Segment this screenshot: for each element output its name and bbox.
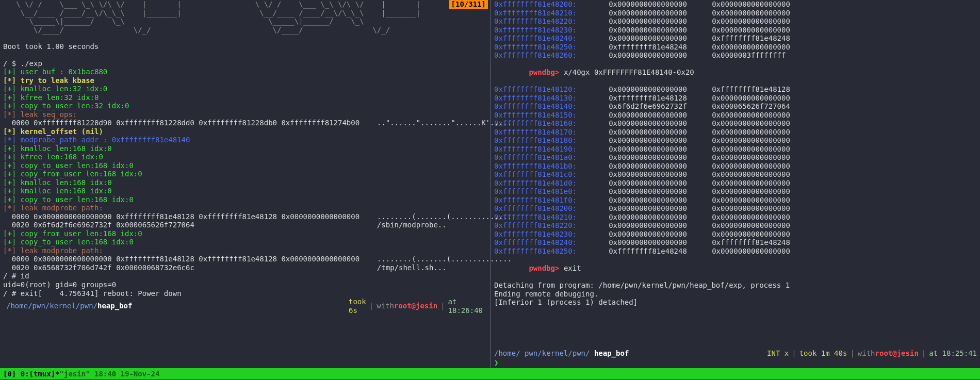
with-label: with xyxy=(858,349,875,358)
mem-value: 0x0000000000000000 xyxy=(609,153,712,162)
memory-row: 0xffffffff81e48200: 0x0000000000000000 0… xyxy=(494,204,978,213)
mem-value: 0x0000000000000000 xyxy=(609,145,712,154)
mem-address: 0xffffffff81e48240: xyxy=(494,238,587,247)
log-line: [+] kmalloc len:32 idx:0 xyxy=(3,85,488,93)
mem-address: 0xffffffff81e48230: xyxy=(494,26,587,35)
mem-value: 0x0000000000000000 xyxy=(712,170,815,179)
mem-value: 0x0000000000000000 xyxy=(609,230,712,239)
memory-row: 0xffffffff81e48180: 0x0000000000000000 0… xyxy=(494,136,978,145)
right-prompt-line: /home/ pwn/kernel/pwn/ heap_bof INT x | … xyxy=(494,349,977,358)
mem-value: 0x6f6d2f6e6962732f xyxy=(609,102,712,111)
mem-address: 0xffffffff81e481e0: xyxy=(494,187,587,196)
left-pane[interactable]: [10/311] \ \/ / \___ \_\ \/\ \/ | | \ \/… xyxy=(0,0,490,368)
hexdump-line: 0000 0xffffffff81228d90 0xffffffff81228d… xyxy=(3,119,488,127)
user-host: root@jesin xyxy=(875,349,919,358)
left-prompt-line: /home/ pwn/kernel/pwn/ heap_bof took 6s … xyxy=(3,298,488,315)
ascii-art: \ \/ / \___ \_\ \/\ \/ | | \ \/ / \___ \… xyxy=(3,0,488,34)
memory-row: 0xffffffff81e48250: 0xffffffff81e48248 0… xyxy=(494,43,978,52)
mem-address: 0xffffffff81e48140: xyxy=(494,102,587,111)
mem-value: 0x0000000000000000 xyxy=(712,196,815,205)
log-line: [+] copy_from_user len:168 idx:0 xyxy=(3,229,488,238)
mem-value: 0x0000000000000000 xyxy=(609,187,712,196)
mem-value: 0xffffffff81e48248 xyxy=(609,43,712,52)
mem-value: 0x0000000000000000 xyxy=(712,145,815,154)
mem-value: 0x0000000000000000 xyxy=(712,119,815,128)
id-output: uid=0(root) gid=0 groups=0 xyxy=(3,280,488,289)
mem-address: 0xffffffff81e481c0: xyxy=(494,170,587,179)
pwndbg-exit: pwndbg> exit xyxy=(494,255,978,281)
memory-row: 0xffffffff81e48210: 0x0000000000000000 0… xyxy=(494,213,978,222)
took-duration: took 6s xyxy=(349,298,366,315)
tmux-panes: [10/311] \ \/ / \___ \_\ \/\ \/ | | \ \/… xyxy=(0,0,980,368)
mem-value: 0x0000000000000000 xyxy=(712,9,815,18)
right-pane[interactable]: 0xffffffff81e48200: 0x0000000000000000 0… xyxy=(491,0,980,368)
clock-time: at 18:25:41 xyxy=(929,349,977,358)
memory-dump-main: 0xffffffff81e48120: 0x0000000000000000 0… xyxy=(494,85,978,255)
mem-value: 0x0000000000000000 xyxy=(609,26,712,35)
log-line: [+] kfree len:168 idx:0 xyxy=(3,153,488,161)
mem-value: 0x0000000000000000 xyxy=(609,51,712,60)
cwd-mid: pwn/kernel/pwn/ xyxy=(525,349,590,357)
mem-value: 0x0000000000000000 xyxy=(609,85,712,94)
log-line: [+] kmalloc len:168 idx:0 xyxy=(3,178,488,187)
mem-value: 0x0000000000000000 xyxy=(712,111,815,120)
mem-value: 0x0000000000000000 xyxy=(712,187,815,196)
log-leak-modprobe: [*] leak modprobe path: xyxy=(3,246,488,255)
mem-value: 0x0000000000000000 xyxy=(712,230,815,239)
log-userbuf: [+] user_buf : 0x1bac880 xyxy=(3,68,488,76)
mem-value: 0x0000003ffffffff xyxy=(712,51,815,60)
mem-value: 0x0000000000000000 xyxy=(712,204,815,213)
mem-value: 0x0000000000000000 xyxy=(609,17,712,26)
mem-value: 0x0000000000000000 xyxy=(609,128,712,137)
mem-address: 0xffffffff81e481a0: xyxy=(494,153,587,162)
hexdump-line: 0020 0x6568732f706d742f 0x00000068732e6c… xyxy=(3,263,488,272)
mem-value: 0x0000000000000000 xyxy=(712,94,815,103)
mem-address: 0xffffffff81e48240: xyxy=(494,34,587,43)
mem-value: 0x0000000000000000 xyxy=(609,170,712,179)
mem-address: 0xffffffff81e48190: xyxy=(494,145,587,154)
mem-value: 0x0000000000000000 xyxy=(609,0,712,9)
memory-row: 0xffffffff81e48220: 0x0000000000000000 0… xyxy=(494,221,978,230)
memory-row: 0xffffffff81e48200: 0x0000000000000000 0… xyxy=(494,0,978,9)
memory-row: 0xffffffff81e48230: 0x0000000000000000 0… xyxy=(494,26,978,35)
detach-msg: [Inferior 1 (process 1) detached] xyxy=(494,298,978,307)
shell-cmd-exp: / $ ./exp xyxy=(3,59,488,68)
cwd-prefix: /home/ xyxy=(6,302,32,310)
memory-row: 0xffffffff81e48150: 0x0000000000000000 0… xyxy=(494,111,978,120)
mem-address: 0xffffffff81e48230: xyxy=(494,230,587,239)
mem-address: 0xffffffff81e481f0: xyxy=(494,196,587,205)
log-leak-kbase: [*] try to leak kbase xyxy=(3,76,488,85)
cwd-prefix: /home/ xyxy=(494,349,520,357)
terminal-screen: [10/311] \ \/ / \___ \_\ \/\ \/ | | \ \/… xyxy=(0,0,980,380)
mem-address: 0xffffffff81e48200: xyxy=(494,204,587,213)
mem-value: 0x0000000000000000 xyxy=(609,111,712,120)
cwd-leaf: heap_bof xyxy=(594,349,629,357)
tmux-clock: "jesin" 18:40 19-Nov-24 xyxy=(60,368,977,379)
hexdump-line: 0000 0x0000000000000000 0xffffffff81e481… xyxy=(3,255,488,263)
tmux-session-info: [0] 0:[tmux]* xyxy=(3,368,60,379)
log-line: [+] copy_to_user len:168 idx:0 xyxy=(3,238,488,246)
clock-time: at 18:26:40 xyxy=(448,298,483,315)
prompt-caret-icon[interactable]: ❯ xyxy=(494,358,498,367)
log-line: [+] kmalloc len:168 idx:0 xyxy=(3,144,488,153)
log-line: [+] copy_to_user len:168 idx:0 xyxy=(3,195,488,204)
mem-value: 0x000065626f727064 xyxy=(712,102,815,111)
took-duration: took 1m 40s xyxy=(799,349,847,358)
memory-row: 0xffffffff81e481d0: 0x0000000000000000 0… xyxy=(494,179,978,188)
shell-cmd-id: / # id xyxy=(3,272,488,280)
mem-address: 0xffffffff81e48130: xyxy=(494,94,587,103)
memory-row: 0xffffffff81e48160: 0x0000000000000000 0… xyxy=(494,119,978,128)
memory-row: 0xffffffff81e48250: 0xffffffff81e48248 0… xyxy=(494,247,978,256)
log-line: [+] copy_to_user len:168 idx:0 xyxy=(3,161,488,170)
boot-time: Boot took 1.00 seconds xyxy=(3,42,488,51)
memory-row: 0xffffffff81e48240: 0x0000000000000000 0… xyxy=(494,34,978,43)
memory-row: 0xffffffff81e48220: 0x0000000000000000 0… xyxy=(494,17,978,26)
mem-value: 0x0000000000000000 xyxy=(712,213,815,222)
mem-value: 0x0000000000000000 xyxy=(609,179,712,188)
mem-value: 0x0000000000000000 xyxy=(712,43,815,52)
tmux-status-bar[interactable]: [0] 0:[tmux]* "jesin" 18:40 19-Nov-24 xyxy=(0,368,980,379)
mem-value: 0xffffffff81e48128 xyxy=(712,85,815,94)
memory-row: 0xffffffff81e48130: 0xffffffff81e48128 0… xyxy=(494,94,978,103)
mem-value: 0x0000000000000000 xyxy=(609,204,712,213)
log-leak-seqops: [*] leak seq_ops: xyxy=(3,110,488,119)
